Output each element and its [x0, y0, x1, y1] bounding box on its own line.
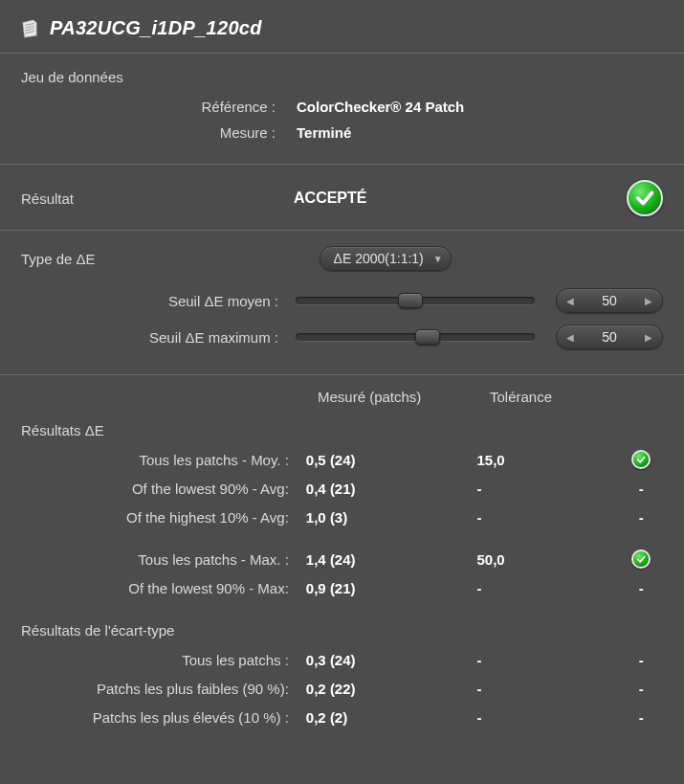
table-row: Tous les patchs - Moy. : 0,5 (24) 15,0: [21, 448, 663, 471]
deltae-type-label: Type de ΔE: [21, 251, 96, 267]
measure-row: Mesure : Terminé: [21, 124, 663, 141]
col-measured-header: Mesuré (patchs): [318, 389, 490, 405]
row-status: [619, 549, 663, 569]
table-row: Tous les patchs - Max. : 1,4 (24) 50,0: [21, 548, 663, 571]
slider-thumb[interactable]: [398, 293, 423, 308]
stddev-results-title: Résultats de l'écart-type: [21, 622, 663, 638]
row-tolerance: -: [476, 481, 619, 497]
reference-value: ColorChecker® 24 Patch: [297, 99, 464, 115]
app-panel: PA32UCG_i1DP_120cd Jeu de données Référe…: [0, 0, 684, 750]
col-tolerance-header: Tolérance: [490, 389, 633, 405]
table-row: Patchs les plus élevés (10 %) : 0,2 (2) …: [21, 706, 663, 728]
row-label: Tous les patchs - Moy. :: [21, 452, 306, 468]
row-label: Tous les patchs - Max. :: [21, 551, 306, 568]
triangle-right-icon[interactable]: ▶: [645, 296, 652, 306]
avg-threshold-slider[interactable]: [296, 297, 535, 304]
triangle-right-icon[interactable]: ▶: [645, 332, 652, 343]
row-status: [619, 450, 663, 469]
row-status: -: [619, 509, 663, 526]
max-threshold-row: Seuil ΔE maximum : ◀ 50 ▶: [21, 325, 663, 349]
deltae-type-value: ΔE 2000(1:1:1): [334, 251, 424, 266]
row-measured: 0,3 (24): [306, 652, 477, 668]
row-label: Of the lowest 90% - Avg:: [21, 481, 306, 497]
row-label: Tous les patchs :: [21, 652, 306, 668]
row-measured: 1,0 (3): [306, 509, 477, 526]
triangle-left-icon[interactable]: ◀: [566, 296, 574, 306]
row-tolerance: -: [476, 580, 619, 596]
max-threshold-label: Seuil ΔE maximum :: [21, 329, 296, 346]
row-tolerance: -: [476, 652, 619, 668]
row-measured: 0,2 (2): [306, 709, 477, 726]
row-label: Patchs les plus élevés (10 %) :: [21, 709, 306, 726]
table-row: Tous les patchs : 0,3 (24) - -: [21, 648, 663, 671]
results-section: Mesuré (patchs) Tolérance Résultats ΔE T…: [0, 375, 684, 750]
avg-threshold-value: 50: [602, 293, 617, 308]
max-threshold-stepper[interactable]: ◀ 50 ▶: [556, 325, 663, 349]
row-label: Of the highest 10% - Avg:: [21, 509, 306, 526]
avg-threshold-label: Seuil ΔE moyen :: [21, 293, 296, 309]
measure-value: Terminé: [297, 124, 351, 141]
table-row: Of the highest 10% - Avg: 1,0 (3) - -: [21, 505, 663, 528]
row-status: -: [619, 481, 663, 497]
row-tolerance: -: [476, 709, 619, 726]
triangle-left-icon[interactable]: ◀: [566, 332, 574, 343]
page-title: PA32UCG_i1DP_120cd: [50, 17, 262, 39]
table-row: Patchs les plus faibles (90 %): 0,2 (22)…: [21, 677, 663, 700]
result-section: Résultat ACCEPTÉ: [0, 165, 684, 231]
deltae-config-section: Type de ΔE ΔE 2000(1:1:1) ▼ Seuil ΔE moy…: [0, 231, 684, 375]
row-status: -: [619, 709, 663, 726]
row-label: Patchs les plus faibles (90 %):: [21, 681, 306, 697]
row-measured: 0,9 (21): [306, 580, 477, 596]
row-tolerance: 50,0: [476, 551, 619, 568]
row-label: Of the lowest 90% - Max:: [21, 580, 306, 596]
measure-label: Mesure :: [21, 124, 297, 141]
table-row: Of the lowest 90% - Avg: 0,4 (21) - -: [21, 477, 663, 500]
result-status-icon: [627, 180, 663, 216]
deltae-results-title: Résultats ΔE: [21, 422, 663, 438]
slider-thumb[interactable]: [415, 329, 440, 345]
row-measured: 0,5 (24): [306, 452, 477, 468]
document-icon: [19, 18, 40, 39]
result-label: Résultat: [21, 190, 74, 207]
row-measured: 1,4 (24): [306, 551, 477, 568]
row-tolerance: -: [476, 509, 619, 526]
reference-label: Référence :: [21, 99, 297, 115]
row-measured: 0,4 (21): [306, 481, 477, 497]
max-threshold-value: 50: [602, 329, 617, 345]
dataset-section-title: Jeu de données: [21, 69, 663, 85]
dataset-section: Jeu de données Référence : ColorChecker®…: [0, 54, 684, 165]
row-status: -: [619, 580, 663, 596]
row-status: -: [619, 652, 663, 668]
column-headers: Mesuré (patchs) Tolérance: [21, 389, 663, 405]
row-status: -: [619, 681, 663, 697]
deltae-type-dropdown[interactable]: ΔE 2000(1:1:1) ▼: [320, 246, 452, 271]
row-tolerance: 15,0: [476, 452, 619, 468]
title-bar: PA32UCG_i1DP_120cd: [0, 0, 684, 54]
result-value: ACCEPTÉ: [294, 190, 366, 207]
row-measured: 0,2 (22): [306, 681, 477, 697]
avg-threshold-row: Seuil ΔE moyen : ◀ 50 ▶: [21, 288, 663, 313]
check-icon: [631, 450, 651, 469]
chevron-down-icon: ▼: [433, 254, 443, 264]
row-tolerance: -: [476, 681, 619, 697]
max-threshold-slider[interactable]: [296, 333, 535, 341]
avg-threshold-stepper[interactable]: ◀ 50 ▶: [556, 288, 663, 313]
check-icon: [631, 549, 651, 569]
reference-row: Référence : ColorChecker® 24 Patch: [21, 99, 663, 115]
table-row: Of the lowest 90% - Max: 0,9 (21) - -: [21, 576, 663, 599]
